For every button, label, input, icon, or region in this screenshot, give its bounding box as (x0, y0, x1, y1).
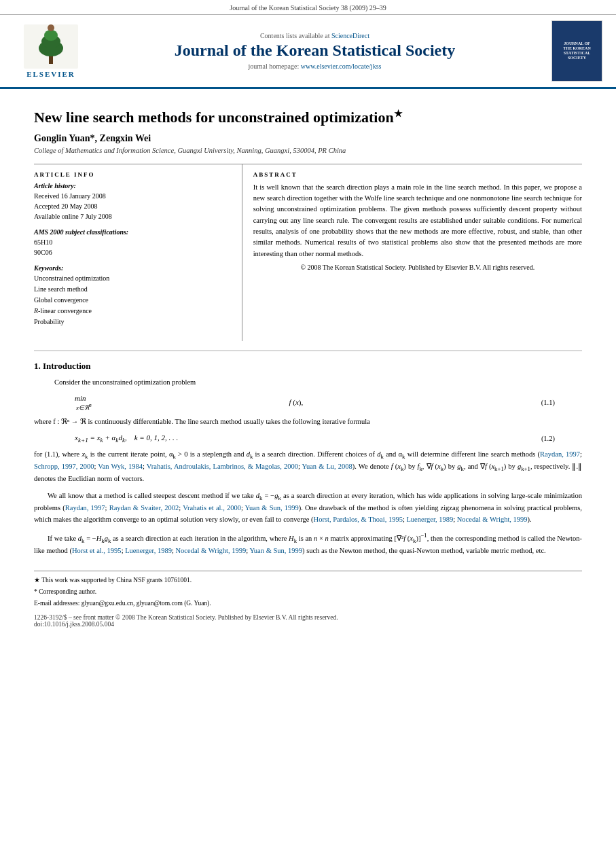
journal-title-block: Contents lists available at ScienceDirec… (88, 32, 541, 70)
intro-heading: 1. Introduction (34, 361, 582, 372)
elsevier-wordmark: ELSEVIER (26, 70, 75, 78)
ref-yuan-sun2[interactable]: Yuan & Sun, 1999 (249, 547, 302, 554)
abstract-text: It is well known that the search directi… (253, 182, 582, 260)
article-history-title: Article history: (34, 182, 234, 190)
footnote-email: E-mail addresses: glyuan@gxu.edu.cn, gly… (34, 598, 582, 608)
footnotes: ★ This work was supported by China NSF g… (34, 571, 582, 609)
journal-citation: Journal of the Korean Statistical Societ… (230, 4, 386, 12)
ref-nocedal2[interactable]: Nocedal & Wright, 1999 (176, 547, 247, 554)
elsevier-logo: ELSEVIER (14, 24, 88, 78)
article-info-abstract: ARTICLE INFO Article history: Received 1… (34, 164, 582, 341)
issn-line: 1226-3192/$ – see front matter © 2008 Th… (34, 614, 582, 628)
ref-luenerger[interactable]: Luenerger, 1989 (406, 516, 453, 523)
cover-image: JOURNAL OFTHE KOREANSTATISTICALSOCIETY (551, 20, 602, 82)
ref-raydan97[interactable]: Raydan, 1997 (540, 450, 580, 458)
journal-meta-bar: Journal of the Korean Statistical Societ… (0, 0, 616, 15)
journal-cover: JOURNAL OFTHE KOREANSTATISTICALSOCIETY (541, 20, 602, 82)
svg-point-5 (48, 24, 54, 31)
ref-horst[interactable]: Horst, Pardalos, & Thoai, 1995 (314, 516, 403, 523)
affiliation: College of Mathematics and Information S… (34, 147, 582, 154)
ref-vrahatis2[interactable]: Vrahatis et al., 2000 (183, 504, 241, 512)
formula-iter: xk+1 = xk + αkdk, k = 0, 1, 2, . . . (75, 433, 178, 444)
available-date: Available online 7 July 2008 (34, 211, 234, 221)
cover-title-text: JOURNAL OFTHE KOREANSTATISTICALSOCIETY (563, 41, 591, 61)
ref-horst2[interactable]: Horst et al., 1995 (72, 547, 122, 554)
ams-code-2: 90C06 (34, 247, 234, 257)
received-date: Received 16 January 2008 (34, 191, 234, 201)
article-history-block: Article history: Received 16 January 200… (34, 182, 234, 221)
ams-block: AMS 2000 subject classifications: 65H10 … (34, 228, 234, 257)
homepage-line: journal homepage: www.elsevier.com/locat… (88, 62, 541, 70)
footnote-asterisk: * Corresponding author. (34, 587, 582, 596)
ref-nocedal[interactable]: Nocedal & Wright, 1999 (457, 516, 528, 523)
elsevier-tree-icon (24, 24, 78, 69)
intro-para-2: where f : ℜⁿ → ℜ is continuously differe… (34, 416, 582, 428)
abstract-label: ABSTRACT (253, 171, 582, 178)
keywords-title: Keywords: (34, 264, 234, 272)
ref-raydan97b[interactable]: Raydan, 1997 (65, 504, 105, 512)
authors: Gonglin Yuan*, Zengxin Wei (34, 133, 582, 144)
abstract-column: ABSTRACT It is well known that the searc… (242, 164, 582, 341)
title-star: ★ (394, 109, 403, 119)
journal-header: ELSEVIER Contents lists available at Sci… (0, 15, 616, 89)
abstract-copyright: © 2008 The Korean Statistical Society. P… (253, 264, 582, 271)
keywords-list: Unconstrained optimization Line search m… (34, 273, 234, 327)
sciencedirect-link[interactable]: ScienceDirect (331, 32, 369, 39)
sciencedirect-line: Contents lists available at ScienceDirec… (88, 32, 541, 39)
keyword-3: Global convergence (34, 295, 234, 306)
eq-number-12: (1.2) (541, 435, 555, 442)
footnote-star: ★ This work was supported by China NSF g… (34, 575, 582, 585)
eq-number-11: (1.1) (541, 399, 555, 406)
intro-para-4: We all know that a method is called stee… (34, 490, 582, 526)
keywords-block: Keywords: Unconstrained optimization Lin… (34, 264, 234, 327)
accepted-date: Accepted 20 May 2008 (34, 201, 234, 211)
formula-1-1: min x∈ℜn f (x), (1.1) (75, 394, 555, 411)
intro-para-3: for (1.1), where xk is the current itera… (34, 449, 582, 485)
article-body: New line search methods for unconstraine… (0, 89, 616, 641)
intro-para-1: Consider the unconstrained optimization … (54, 377, 582, 389)
ref-vrahatis[interactable]: Vrahatis, Androulakis, Lambrinos, & Mago… (147, 463, 298, 470)
keyword-5: Probability (34, 317, 234, 327)
ref-vanwyk[interactable]: Van Wyk, 1984 (98, 463, 143, 470)
article-info-label: ARTICLE INFO (34, 171, 234, 178)
keyword-4: R-linear convergence (34, 306, 234, 317)
keyword-1: Unconstrained optimization (34, 273, 234, 284)
keyword-2: Line search method (34, 284, 234, 295)
formula-min: min x∈ℜn (75, 394, 92, 411)
doi-text: doi:10.1016/j.jkss.2008.05.004 (34, 621, 582, 628)
section-divider (34, 351, 582, 351)
intro-para-5: If we take dk = −Hkgk as a search direct… (34, 531, 582, 556)
ref-yuan-lu[interactable]: Yuan & Lu, 2008 (302, 463, 352, 470)
ams-title: AMS 2000 subject classifications: (34, 228, 234, 236)
svg-point-4 (44, 30, 58, 41)
ref-raydan-svaiter[interactable]: Raydan & Svaiter, 2002 (109, 504, 179, 512)
ams-code-1: 65H10 (34, 237, 234, 247)
article-info-column: ARTICLE INFO Article history: Received 1… (34, 164, 242, 341)
issn-text: 1226-3192/$ – see front matter © 2008 Th… (34, 614, 582, 621)
ref-luenerger2[interactable]: Luenerger, 1989 (125, 547, 172, 554)
homepage-url[interactable]: www.elsevier.com/locate/jkss (301, 62, 382, 70)
formula-1-2: xk+1 = xk + αkdk, k = 0, 1, 2, . . . (1.… (75, 433, 555, 444)
journal-title: Journal of the Korean Statistical Societ… (88, 41, 541, 60)
article-title: New line search methods for unconstraine… (34, 108, 582, 128)
ref-yuan-sun[interactable]: Yuan & Sun, 1999 (245, 504, 299, 512)
ref-schropp97[interactable]: Schropp, 1997, 2000 (34, 463, 94, 470)
